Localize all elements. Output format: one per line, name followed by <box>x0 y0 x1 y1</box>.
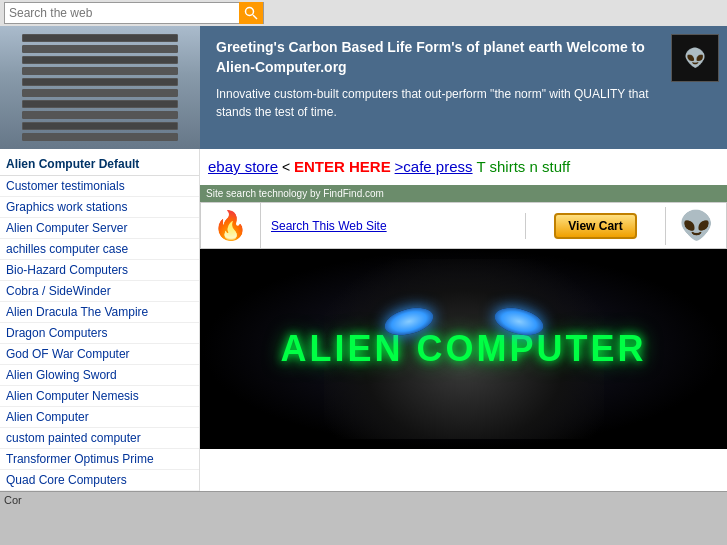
search-input[interactable] <box>5 4 239 22</box>
svg-point-0 <box>246 8 254 16</box>
sidebar-item-godofwar[interactable]: God OF War Computer <box>0 344 199 365</box>
sidebar-item-nemesis[interactable]: Alien Computer Nemesis <box>0 386 199 407</box>
sidebar-item-testimonials[interactable]: Customer testimonials <box>0 176 199 197</box>
header-tagline: Innovative custom-built computers that o… <box>216 85 651 121</box>
search-icon <box>244 6 258 20</box>
rack-unit <box>22 34 178 42</box>
rack-unit <box>22 56 178 64</box>
cafe-press-link[interactable]: >cafe press <box>395 158 473 175</box>
rack-unit <box>22 122 178 130</box>
alien-figure-icon: 👽 <box>679 209 714 242</box>
sidebar-item-graphics[interactable]: Graphics work stations <box>0 197 199 218</box>
sidebar-item-dracula[interactable]: Alien Dracula The Vampire <box>0 302 199 323</box>
status-bar: Cor <box>0 491 727 508</box>
view-cart-section: View Cart <box>526 207 666 245</box>
header-banner: Greeting's Carbon Based Life Form's of p… <box>0 26 727 149</box>
rack-unit <box>22 89 178 97</box>
sidebar-item-glowingsword[interactable]: Alien Glowing Sword <box>0 365 199 386</box>
sidebar-item-cobra[interactable]: Cobra / SideWinder <box>0 281 199 302</box>
header-text: Greeting's Carbon Based Life Form's of p… <box>200 26 667 149</box>
fire-icon: 🔥 <box>213 209 248 242</box>
rack-unit <box>22 45 178 53</box>
store-links-bar: ebay store < ENTER HERE >cafe press T sh… <box>200 149 727 185</box>
ebay-store-link[interactable]: ebay store <box>208 158 278 175</box>
alien-computer-banner: ALIEN COMPUTER <box>200 249 727 449</box>
sidebar-item-optimus[interactable]: Transformer Optimus Prime <box>0 449 199 470</box>
main-layout: Alien Computer Default Customer testimon… <box>0 149 727 491</box>
alien-icon-section: 👽 <box>666 203 726 248</box>
ebay-separator: < <box>278 159 294 175</box>
svg-line-1 <box>253 15 257 19</box>
rack-unit <box>22 67 178 75</box>
sidebar: Alien Computer Default Customer testimon… <box>0 149 200 491</box>
search-site-section: Search This Web Site <box>261 213 526 239</box>
sidebar-item-alien[interactable]: Alien Computer <box>0 407 199 428</box>
search-bar-container <box>4 2 264 24</box>
header-image <box>0 26 200 149</box>
alien-eyes <box>384 309 544 334</box>
search-powered-by: Site search technology by FindFind.com <box>206 188 384 199</box>
top-search-bar <box>0 0 727 26</box>
sidebar-item-custompainted[interactable]: custom painted computer <box>0 428 199 449</box>
enter-here-text: ENTER HERE <box>294 158 391 175</box>
header-greeting: Greeting's Carbon Based Life Form's of p… <box>216 38 651 77</box>
search-site-link[interactable]: Search This Web Site <box>271 219 387 233</box>
server-rack-image <box>0 26 200 149</box>
search-tool-bar: Site search technology by FindFind.com <box>200 185 727 202</box>
alien-face-icon: 👽 <box>671 34 719 82</box>
find-find-icon-section: 🔥 <box>201 203 261 248</box>
view-cart-button[interactable]: View Cart <box>554 213 636 239</box>
sidebar-title: Alien Computer Default <box>0 153 199 176</box>
tshirt-text: T shirts n stuff <box>476 158 570 175</box>
sidebar-item-server[interactable]: Alien Computer Server <box>0 218 199 239</box>
rack-unit <box>22 78 178 86</box>
rack-unit <box>22 100 178 108</box>
sidebar-item-quadcore[interactable]: Quad Core Computers <box>0 470 199 491</box>
sidebar-item-biohazard[interactable]: Bio-Hazard Computers <box>0 260 199 281</box>
search-button[interactable] <box>239 2 263 24</box>
header-alien-thumbnail: 👽 <box>667 26 727 149</box>
rack-unit <box>22 111 178 119</box>
rack-unit <box>22 133 178 141</box>
content-area: ebay store < ENTER HERE >cafe press T sh… <box>200 149 727 491</box>
alien-banner-title: ALIEN COMPUTER <box>281 328 647 370</box>
sidebar-item-dragon[interactable]: Dragon Computers <box>0 323 199 344</box>
search-widget-row: 🔥 Search This Web Site View Cart 👽 <box>200 202 727 249</box>
status-text: Cor <box>4 494 22 506</box>
sidebar-item-achilles[interactable]: achilles computer case <box>0 239 199 260</box>
